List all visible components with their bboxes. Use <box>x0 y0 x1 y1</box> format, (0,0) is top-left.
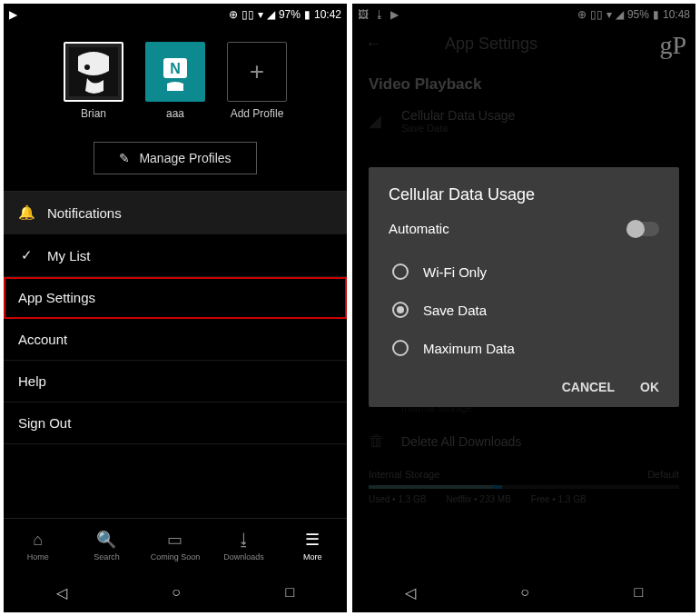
ok-button[interactable]: OK <box>640 380 659 394</box>
search-icon: 🔍 <box>96 530 116 550</box>
menu-label: Notifications <box>47 205 122 221</box>
play-store-icon: ▶ <box>9 8 17 21</box>
profile-label: Add Profile <box>231 107 284 120</box>
radio-save-data[interactable]: Save Data <box>389 291 659 329</box>
dnd-icon: ⊕ <box>229 8 238 21</box>
radio-label: Maximum Data <box>423 341 515 356</box>
menu-account[interactable]: Account <box>4 319 347 361</box>
vibrate-icon: ▯▯ <box>242 8 254 21</box>
nav-search[interactable]: 🔍Search <box>73 519 142 572</box>
manage-profiles-button[interactable]: ✎ Manage Profiles <box>94 142 257 174</box>
signal-icon: ◢ <box>267 8 275 21</box>
menu-signout[interactable]: Sign Out <box>4 402 347 444</box>
profile-brian[interactable]: Brian <box>61 42 126 120</box>
profile-add[interactable]: + Add Profile <box>224 42 290 120</box>
status-bar: ▶ ⊕ ▯▯ ▾ ◢ 97% ▮ 10:42 <box>4 4 347 25</box>
nav-label: Coming Soon <box>151 552 201 561</box>
android-nav-bar: ◁ ○ □ <box>4 572 347 612</box>
menu-help[interactable]: Help <box>4 361 347 402</box>
profile-label: Brian <box>81 107 106 120</box>
radio-icon <box>392 263 409 280</box>
nav-coming-soon[interactable]: ▭Coming Soon <box>141 519 210 572</box>
svg-text:N: N <box>170 61 181 76</box>
menu-label: Sign Out <box>18 415 71 431</box>
profile-aaa[interactable]: N aaa <box>143 42 208 120</box>
manage-label: Manage Profiles <box>139 151 231 165</box>
profile-label: aaa <box>166 107 184 120</box>
cancel-button[interactable]: CANCEL <box>562 380 615 394</box>
menu-label: App Settings <box>18 290 95 305</box>
menu-label: Help <box>18 373 46 389</box>
radio-label: Wi-Fi Only <box>423 264 487 280</box>
profiles-row: Brian N aaa + Add Profile <box>4 25 347 127</box>
android-nav-bar: ◁ ○ □ <box>352 572 695 612</box>
automatic-label: Automatic <box>389 221 449 236</box>
pencil-icon: ✎ <box>119 151 130 165</box>
radio-icon <box>392 302 409 318</box>
menu-notifications[interactable]: 🔔 Notifications <box>4 192 347 234</box>
phone-right: 🖼 ⭳ ▶ ⊕ ▯▯ ▾ ◢ 95% ▮ 10:48 ← App Setting… <box>352 4 695 612</box>
wifi-icon: ▾ <box>258 8 263 21</box>
home-button[interactable]: ○ <box>172 584 181 601</box>
radio-maximum-data[interactable]: Maximum Data <box>389 329 659 367</box>
menu-label: My List <box>47 248 91 263</box>
radio-label: Save Data <box>423 303 487 318</box>
svg-point-1 <box>84 65 90 70</box>
nav-downloads[interactable]: ⭳Downloads <box>210 519 279 572</box>
phone-left: ▶ ⊕ ▯▯ ▾ ◢ 97% ▮ 10:42 Brian N <box>4 4 347 612</box>
menu-list: 🔔 Notifications ✓ My List App Settings A… <box>4 191 347 444</box>
battery-pct: 97% <box>279 8 301 21</box>
home-button[interactable]: ○ <box>520 584 529 601</box>
recents-button[interactable]: □ <box>286 584 295 601</box>
radio-wifi-only[interactable]: Wi-Fi Only <box>389 253 659 291</box>
nav-label: Home <box>27 552 49 561</box>
battery-icon: ▮ <box>304 8 311 21</box>
nav-label: More <box>303 552 322 561</box>
clock: 10:42 <box>314 8 341 21</box>
home-icon: ⌂ <box>33 531 43 550</box>
check-icon: ✓ <box>18 247 35 263</box>
bell-icon: 🔔 <box>18 204 35 221</box>
back-button[interactable]: ◁ <box>56 584 67 601</box>
menu-label: Account <box>18 332 67 347</box>
avatar-brian-icon <box>69 47 118 96</box>
menu-app-settings[interactable]: App Settings <box>4 277 347 319</box>
nav-label: Search <box>94 552 120 561</box>
menu-mylist[interactable]: ✓ My List <box>4 234 347 277</box>
back-button[interactable]: ◁ <box>405 584 416 601</box>
nav-more[interactable]: ☰More <box>278 519 347 572</box>
dialog-title: Cellular Data Usage <box>389 185 659 204</box>
bottom-nav: ⌂Home 🔍Search ▭Coming Soon ⭳Downloads ☰M… <box>4 518 347 572</box>
play-icon: ▭ <box>167 530 182 550</box>
avatar-aaa-icon: N <box>151 47 200 96</box>
nav-home[interactable]: ⌂Home <box>4 519 73 572</box>
automatic-toggle[interactable] <box>628 222 659 236</box>
hamburger-icon: ☰ <box>305 530 320 550</box>
download-icon: ⭳ <box>236 531 252 550</box>
recents-button[interactable]: □ <box>635 584 644 601</box>
nav-label: Downloads <box>223 552 264 561</box>
dialog-cellular-data: Cellular Data Usage Automatic Wi-Fi Only… <box>369 167 679 407</box>
radio-icon <box>392 340 409 356</box>
